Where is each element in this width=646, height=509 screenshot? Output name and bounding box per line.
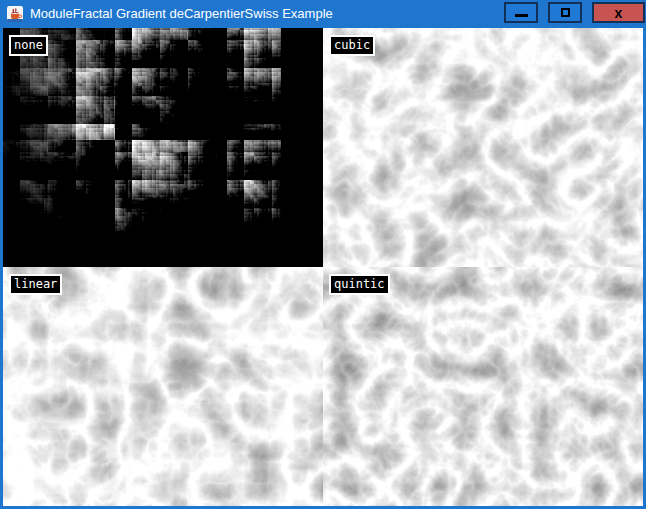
noise-canvas-linear bbox=[3, 267, 323, 506]
interpolation-label-none: none bbox=[9, 35, 48, 56]
interpolation-label-linear: linear bbox=[9, 274, 62, 295]
java-icon bbox=[7, 6, 23, 22]
close-icon: x bbox=[615, 6, 623, 20]
maximize-icon bbox=[561, 8, 570, 17]
window-controls: x bbox=[504, 2, 645, 23]
noise-canvas-cubic bbox=[323, 28, 643, 267]
app-window: ModuleFractal Gradient deCarpentierSwiss… bbox=[0, 0, 646, 509]
interpolation-label-quintic: quintic bbox=[329, 274, 390, 295]
window-title: ModuleFractal Gradient deCarpentierSwiss… bbox=[30, 0, 333, 28]
close-button[interactable]: x bbox=[592, 2, 645, 23]
minimize-button[interactable] bbox=[504, 2, 538, 23]
render-area: none cubic linear quintic bbox=[3, 28, 643, 506]
quadrant-quintic: quintic bbox=[323, 267, 643, 506]
noise-canvas-quintic bbox=[323, 267, 643, 506]
quadrant-cubic: cubic bbox=[323, 28, 643, 267]
quadrant-none: none bbox=[3, 28, 323, 267]
interpolation-label-cubic: cubic bbox=[329, 35, 375, 56]
maximize-button[interactable] bbox=[548, 2, 582, 23]
titlebar[interactable]: ModuleFractal Gradient deCarpentierSwiss… bbox=[0, 0, 646, 28]
minimize-icon bbox=[515, 14, 528, 17]
quadrant-linear: linear bbox=[3, 267, 323, 506]
noise-canvas-none bbox=[3, 28, 323, 267]
